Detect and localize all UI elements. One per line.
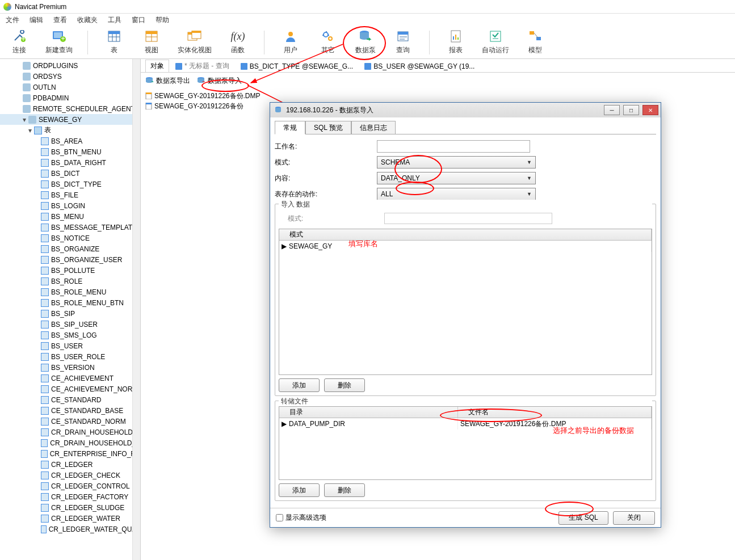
menu-view[interactable]: 查看: [53, 15, 67, 25]
close-button[interactable]: ✕: [642, 105, 658, 115]
schema-grid[interactable]: 模式 ▶SEWAGE_GY: [279, 229, 652, 375]
select-mode[interactable]: SCHEMA▼: [377, 156, 536, 169]
btn-add-schema[interactable]: 添加: [279, 378, 320, 392]
btn-close[interactable]: 关闭: [613, 511, 655, 525]
input-job[interactable]: [377, 140, 530, 153]
sidebar-scrollbar[interactable]: [132, 59, 140, 560]
menu-tools[interactable]: 工具: [108, 15, 121, 25]
tab-general[interactable]: 常规: [275, 121, 305, 134]
table-item[interactable]: CR_DRAIN_HOUSEHOLD: [0, 427, 140, 437]
maximize-button[interactable]: □: [623, 105, 639, 115]
table-item[interactable]: BS_DICT_TYPE: [0, 179, 140, 190]
table-item[interactable]: CE_ACHIEVEMENT_NORM: [0, 384, 140, 394]
label-action: 表存在的动作:: [275, 190, 377, 199]
tb-model[interactable]: 模型: [524, 30, 547, 55]
tb-view[interactable]: 视图: [140, 30, 163, 55]
table-item[interactable]: BS_BTN_MENU: [0, 146, 140, 157]
table-item[interactable]: BS_USER_ROLE: [0, 351, 140, 362]
tab-objects[interactable]: 对象: [145, 60, 169, 72]
menu-edit[interactable]: 编辑: [30, 15, 43, 25]
btn-gen-sql[interactable]: 生成 SQL: [558, 511, 608, 525]
db-icon: [275, 107, 283, 113]
table-item[interactable]: BS_SIP_USER: [0, 319, 140, 330]
menu-window[interactable]: 窗口: [132, 15, 145, 25]
table-item[interactable]: CR_LEDGER_CONTROL: [0, 481, 140, 491]
btn-pump-export[interactable]: 数据泵导出: [145, 76, 190, 86]
tab-bs-user[interactable]: BS_USER @SEWAGE_GY (19...: [359, 60, 480, 72]
table-item[interactable]: CR_DRAIN_HOUSEHOLD_A: [0, 437, 140, 448]
btn-delete-schema[interactable]: 删除: [324, 378, 365, 392]
table-item[interactable]: BS_LOGIN: [0, 200, 140, 211]
menu-help[interactable]: 帮助: [156, 15, 169, 25]
btn-pump-import[interactable]: 数据泵导入: [197, 76, 242, 86]
tab-sql-preview[interactable]: SQL 预览: [305, 121, 351, 134]
table-item[interactable]: CE_STANDARD_BASE: [0, 405, 140, 416]
table-item[interactable]: CR_LEDGER_CHECK: [0, 470, 140, 481]
table-item[interactable]: BS_MENU: [0, 211, 140, 222]
schema-item[interactable]: ORDPLUGINS: [0, 60, 140, 71]
table-item[interactable]: BS_SMS_LOG: [0, 330, 140, 340]
tb-new-query[interactable]: +新建查询: [45, 30, 73, 55]
table-item[interactable]: CE_STANDARD_NORM: [0, 416, 140, 427]
tb-mview[interactable]: 实体化视图: [178, 30, 212, 55]
schema-item[interactable]: OUTLN: [0, 82, 140, 92]
chk-advanced[interactable]: [276, 514, 283, 521]
table-item[interactable]: BS_AREA: [0, 136, 140, 146]
tb-datapump[interactable]: 数据泵: [354, 30, 377, 55]
table-item[interactable]: BS_MESSAGE_TEMPLATE: [0, 222, 140, 233]
schema-item[interactable]: PDBADMIN: [0, 92, 140, 103]
dialog-title: 192.168.10.226 - 数据泵导入: [286, 106, 600, 115]
svg-rect-37: [241, 63, 247, 70]
select-content[interactable]: DATA_ONLY▼: [377, 172, 536, 184]
table-item[interactable]: CR_LEDGER_FACTORY: [0, 491, 140, 502]
table-item[interactable]: BS_SIP: [0, 308, 140, 319]
label-mode: 模式:: [275, 158, 377, 167]
tb-user[interactable]: 用户: [279, 30, 302, 55]
tb-auto[interactable]: 自动运行: [482, 30, 509, 55]
table-item[interactable]: BS_DATA_RIGHT: [0, 157, 140, 168]
tb-connect[interactable]: +连接: [8, 30, 31, 55]
table-item[interactable]: BS_USER: [0, 340, 140, 351]
table-item[interactable]: BS_DICT: [0, 168, 140, 179]
table-item[interactable]: CR_LEDGER_WATER_QUAL: [0, 524, 140, 534]
table-item[interactable]: CE_ACHIEVEMENT: [0, 373, 140, 384]
dialog-title-bar[interactable]: 192.168.10.226 - 数据泵导入 ─ □ ✕: [270, 103, 661, 117]
table-item[interactable]: CR_ENTERPRISE_INFO_RE: [0, 448, 140, 459]
input-schema-inner[interactable]: [384, 213, 552, 224]
table-item[interactable]: CR_LEDGER_SLUDGE: [0, 502, 140, 513]
menu-favorites[interactable]: 收藏夹: [77, 15, 98, 25]
table-item[interactable]: CR_LEDGER_WATER: [0, 513, 140, 524]
table-item[interactable]: CR_LEDGER: [0, 459, 140, 470]
btn-add-file[interactable]: 添加: [279, 483, 320, 497]
schema-item[interactable]: REMOTE_SCHEDULER_AGENT: [0, 103, 140, 114]
schema-item[interactable]: ▾ SEWAGE_GY: [0, 114, 140, 125]
tb-report[interactable]: 报表: [444, 30, 467, 55]
tb-other[interactable]: 其它: [317, 30, 339, 55]
table-item[interactable]: BS_ORGANIZE: [0, 243, 140, 254]
tab-bs-dict[interactable]: BS_DICT_TYPE @SEWAGE_G...: [236, 60, 358, 72]
minimize-button[interactable]: ─: [604, 105, 620, 115]
table-item[interactable]: BS_NOTICE: [0, 233, 140, 243]
tab-untitled-query[interactable]: * 无标题 - 查询: [170, 60, 234, 72]
table-item[interactable]: BS_VERSION: [0, 362, 140, 373]
table-item[interactable]: CE_STANDARD: [0, 394, 140, 405]
svg-point-21: [329, 37, 332, 40]
select-action[interactable]: ALL▼: [377, 188, 536, 200]
menu-file[interactable]: 文件: [6, 15, 19, 25]
table-item[interactable]: BS_ORGANIZE_USER: [0, 254, 140, 265]
schema-item[interactable]: ORDSYS: [0, 71, 140, 82]
app-title: Navicat Premium: [15, 3, 66, 11]
btn-delete-file[interactable]: 删除: [324, 483, 365, 497]
table-item[interactable]: BS_ROLE: [0, 276, 140, 287]
table-item[interactable]: BS_ROLE_MENU_BTN: [0, 297, 140, 308]
tb-function[interactable]: f(x)函数: [226, 30, 249, 55]
table-item[interactable]: BS_POLLUTE: [0, 265, 140, 276]
dumpfile-grid[interactable]: 目录 文件名 ▶DATA_PUMP_DIR SEWAGE_GY-20191226…: [279, 406, 652, 480]
tab-log[interactable]: 信息日志: [351, 121, 396, 134]
tb-table[interactable]: 表: [103, 30, 125, 55]
table-item[interactable]: BS_ROLE_MENU: [0, 287, 140, 297]
table-item[interactable]: BS_FILE: [0, 190, 140, 200]
tables-node[interactable]: ▾ 表: [0, 125, 140, 136]
tb-query2[interactable]: 查询: [392, 30, 414, 55]
file-item[interactable]: SEWAGE_GY-20191226备份.DMP: [145, 91, 735, 101]
